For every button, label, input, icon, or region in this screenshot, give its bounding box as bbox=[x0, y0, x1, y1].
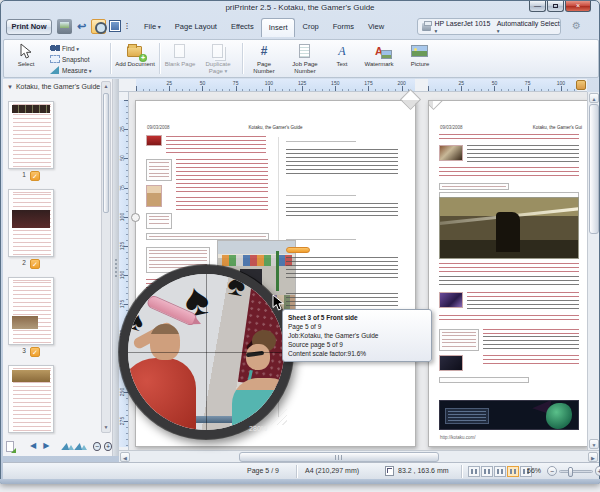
horizontal-ruler: 255075100125150175200255075100 bbox=[119, 79, 587, 92]
ruler-options-icon[interactable] bbox=[576, 80, 586, 90]
text-icon: A bbox=[333, 43, 351, 60]
status-separator bbox=[461, 465, 462, 478]
scroll-down-icon[interactable]: ▼ bbox=[102, 423, 110, 432]
sidebar-scrollbar[interactable]: ▲ ▼ bbox=[101, 81, 111, 433]
measure-button[interactable]: Measure bbox=[50, 65, 92, 76]
coords-icon bbox=[385, 466, 394, 476]
menu-tab-effects[interactable]: Effects bbox=[224, 18, 261, 37]
scroll-left-icon[interactable]: ◀ bbox=[120, 452, 130, 462]
page-thumbnail-4[interactable]: 4✓ bbox=[5, 363, 59, 435]
zoom-out-button[interactable]: − bbox=[547, 466, 557, 476]
scroll-up-icon[interactable]: ▲ bbox=[102, 82, 110, 91]
sidebar-scroll-thumb[interactable] bbox=[103, 93, 109, 213]
zoom-slider-thumb[interactable] bbox=[568, 467, 573, 477]
snapshot-icon bbox=[50, 55, 60, 63]
add-document-button[interactable]: + Add Document bbox=[114, 41, 156, 77]
thumbnail-page-image[interactable] bbox=[8, 365, 54, 433]
settings-gear-icon[interactable]: ⚙ bbox=[572, 20, 581, 31]
text-lines bbox=[483, 355, 579, 367]
zoom-slider[interactable] bbox=[559, 470, 593, 473]
menu-tab-file[interactable]: File bbox=[137, 18, 168, 37]
vertical-scroll-thumb[interactable] bbox=[589, 104, 599, 234]
fit-width-icon[interactable] bbox=[62, 440, 72, 452]
snapshot-button[interactable]: Snapshot bbox=[50, 54, 89, 65]
view-mode-continuous[interactable] bbox=[481, 466, 493, 477]
menu-tab-forms[interactable]: Forms bbox=[326, 18, 361, 37]
print-preview-icon[interactable] bbox=[57, 19, 72, 34]
loupe-tool-icon[interactable] bbox=[91, 19, 106, 34]
ruler-label: 75 bbox=[518, 80, 538, 86]
fit-page-icon[interactable] bbox=[75, 440, 85, 452]
page-print-checkbox[interactable]: ✓ bbox=[30, 347, 40, 357]
ribbon-separator bbox=[242, 43, 243, 74]
horizontal-scrollbar[interactable]: ◀ ▶ bbox=[119, 450, 599, 462]
text-button[interactable]: A Text bbox=[328, 41, 356, 77]
new-page-icon[interactable] bbox=[6, 441, 14, 452]
title-bar[interactable]: priPrinter 2.5 - Kotaku, the Gamer's Gui… bbox=[1, 1, 599, 16]
page-print-checkbox[interactable]: ✓ bbox=[30, 171, 40, 181]
post-thumbnail bbox=[439, 292, 463, 308]
previous-page-icon[interactable]: ◀ bbox=[28, 440, 38, 452]
menu-tab-page-layout[interactable]: Page Layout bbox=[168, 18, 224, 37]
horizontal-scroll-thumb[interactable] bbox=[239, 452, 439, 462]
mouse-cursor bbox=[272, 294, 285, 311]
next-page-icon[interactable]: ▶ bbox=[41, 440, 51, 452]
find-button[interactable]: Find bbox=[50, 43, 79, 54]
menu-tab-insert[interactable]: Insert bbox=[261, 18, 296, 37]
quote-box bbox=[146, 213, 172, 229]
page-thumbnail-2[interactable]: 2✓ bbox=[5, 187, 59, 275]
thumbnail-page-image[interactable] bbox=[8, 277, 54, 345]
menu-tab-crop[interactable]: Crop bbox=[295, 18, 325, 37]
tooltip-line: Page 5 of 9 bbox=[288, 322, 426, 331]
select-button[interactable]: Select bbox=[8, 41, 44, 77]
view-mode-facing[interactable] bbox=[494, 466, 506, 477]
page-curl-handle[interactable] bbox=[131, 213, 140, 222]
scroll-up-icon[interactable]: ▲ bbox=[589, 93, 599, 103]
pages-grid-icon[interactable] bbox=[108, 19, 123, 34]
page-print-checkbox[interactable]: ✓ bbox=[30, 259, 40, 269]
paper-source-select[interactable]: Automatically Select bbox=[497, 20, 560, 34]
ribbon-separator bbox=[110, 43, 111, 74]
zoom-out-thumbs-icon[interactable]: − bbox=[93, 442, 101, 451]
page-indicator: Page 5 / 9 bbox=[247, 467, 279, 474]
job-page-number-button[interactable]: Job Page Number bbox=[284, 41, 326, 77]
page-number-button[interactable]: # Page Number bbox=[246, 41, 282, 77]
page-thumbnail-1[interactable]: 1✓ bbox=[5, 99, 59, 187]
printer-select[interactable]: HP LaserJet 1015 bbox=[434, 20, 491, 34]
sidebar-header[interactable]: ▼Kotaku, the Gamer's Guide bbox=[3, 83, 112, 90]
page-thumbnail-3[interactable]: 3✓ bbox=[5, 275, 59, 363]
text-lines bbox=[439, 134, 579, 142]
comment-text bbox=[286, 149, 398, 175]
comment-text bbox=[286, 293, 398, 307]
blank-page-button[interactable]: Blank Page bbox=[163, 41, 197, 77]
zoom-in-thumbs-icon[interactable]: + bbox=[104, 442, 112, 451]
comment-meta bbox=[286, 141, 356, 145]
menu-tab-view[interactable]: View bbox=[361, 18, 391, 37]
duplicate-page-button[interactable]: Duplicate Page bbox=[198, 41, 238, 77]
undo-icon[interactable]: ↩ bbox=[74, 19, 89, 34]
thumbnail-page-image[interactable] bbox=[8, 101, 54, 169]
collapse-triangle-icon[interactable]: ▼ bbox=[7, 84, 13, 90]
minimize-button[interactable]: — bbox=[529, 1, 546, 12]
view-mode-single[interactable] bbox=[468, 466, 480, 477]
ribbon-separator bbox=[159, 43, 160, 74]
scroll-down-icon[interactable]: ▼ bbox=[589, 439, 599, 449]
view-mode-two-page[interactable] bbox=[507, 466, 519, 477]
vertical-scrollbar[interactable]: ▲ ▼ bbox=[587, 92, 599, 450]
print-now-button[interactable]: Print Now bbox=[6, 19, 52, 35]
ruler-label: 100 bbox=[119, 212, 129, 222]
add-document-label: Add Document bbox=[114, 61, 156, 68]
ruler-label: 125 bbox=[119, 241, 129, 251]
paper-size: A4 (210,297 mm) bbox=[305, 467, 359, 474]
magnifier-loupe[interactable]: ♠ ♠ ♠ ♠ bbox=[119, 265, 293, 439]
restore-button[interactable] bbox=[547, 1, 564, 12]
thumbnail-page-image[interactable] bbox=[8, 189, 54, 257]
tooltip-line: Source page 5 of 9 bbox=[288, 340, 426, 349]
text-lines bbox=[166, 136, 266, 154]
watermark-button[interactable]: A Watermark bbox=[357, 41, 401, 77]
preview-page-right[interactable]: 09/03/2008 Kotaku, the Gamer's Gui http:… bbox=[428, 100, 587, 447]
picture-button[interactable]: Picture bbox=[402, 41, 438, 77]
scroll-right-icon[interactable]: ▶ bbox=[588, 452, 598, 462]
zoom-in-button[interactable]: + bbox=[595, 466, 600, 476]
close-button[interactable]: × bbox=[565, 1, 591, 12]
